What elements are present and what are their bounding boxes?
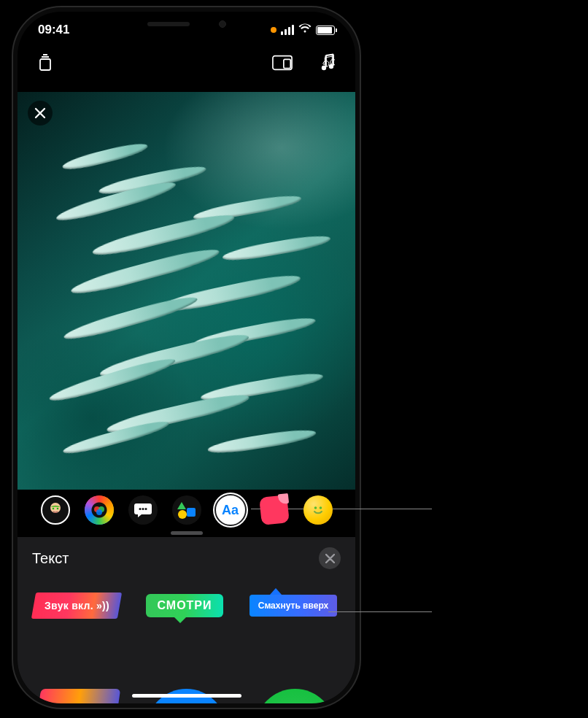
editor-toolbar: [18, 53, 355, 73]
panel-title: Текст: [32, 550, 69, 567]
svg-point-11: [139, 508, 141, 510]
svg-rect-0: [40, 59, 50, 70]
recording-indicator-icon: [271, 27, 276, 33]
text-style-look[interactable]: СМОТРИ: [146, 594, 223, 617]
svg-point-5: [50, 503, 61, 513]
speaker-grille: [147, 22, 190, 26]
text-style-label: Смахнуть вверх: [258, 601, 329, 611]
aspect-ratio-button[interactable]: [272, 53, 293, 73]
memoji-effect-button[interactable]: [41, 495, 70, 525]
notch: [110, 12, 263, 36]
text-styles-grid: Звук вкл.»)) СМОТРИ Смахнуть вверх: [32, 592, 341, 619]
svg-rect-14: [187, 508, 196, 517]
callout-line: [328, 611, 432, 612]
svg-point-15: [178, 510, 187, 519]
sticker-effect-button[interactable]: [260, 495, 289, 525]
text-style-label: СМОТРИ: [157, 599, 212, 612]
wifi-icon: [298, 23, 312, 37]
text-style-label: Звук вкл.: [45, 600, 93, 611]
status-time: 09:41: [38, 23, 69, 37]
music-button[interactable]: [317, 53, 338, 73]
shapes-effect-button[interactable]: [172, 495, 201, 525]
svg-point-10: [96, 509, 102, 515]
home-indicator[interactable]: [132, 694, 241, 698]
text-style-sound-on[interactable]: Звук вкл.»)): [31, 592, 122, 619]
text-styles-grid-row-2: [18, 677, 355, 703]
filters-effect-button[interactable]: [85, 495, 114, 525]
close-preview-button[interactable]: [28, 101, 53, 126]
emoji-effect-button[interactable]: [303, 495, 333, 525]
text-style-peek-1[interactable]: [35, 689, 120, 703]
svg-point-13: [144, 508, 147, 510]
text-styles-panel: Текст Звук вкл.»)) СМОТРИ Смахнуть вверх: [18, 537, 355, 703]
clips-library-button[interactable]: [35, 53, 55, 73]
effects-toolbar: Aa: [18, 490, 355, 530]
video-preview[interactable]: [18, 92, 355, 490]
screen: 09:41: [18, 12, 355, 703]
text-style-icon-label: Aa: [222, 503, 239, 518]
text-style-peek-3[interactable]: [255, 689, 335, 703]
svg-rect-2: [284, 59, 290, 68]
text-style-swipe-up[interactable]: Смахнуть вверх: [249, 595, 337, 617]
cellular-signal-icon: [281, 25, 294, 35]
battery-icon: [316, 26, 335, 35]
svg-rect-1: [273, 56, 292, 70]
front-camera: [219, 20, 226, 28]
svg-point-16: [314, 506, 317, 509]
svg-point-7: [56, 508, 58, 510]
svg-point-17: [319, 506, 322, 509]
text-style-effect-button[interactable]: Aa: [216, 495, 245, 525]
phone-frame: 09:41: [13, 7, 360, 708]
svg-point-6: [52, 508, 54, 510]
panel-close-button[interactable]: [319, 547, 341, 569]
sound-waves-icon: »)): [96, 600, 109, 611]
panel-drag-handle[interactable]: [171, 531, 203, 535]
speech-bubble-effect-button[interactable]: [128, 495, 158, 525]
svg-point-12: [142, 508, 144, 510]
